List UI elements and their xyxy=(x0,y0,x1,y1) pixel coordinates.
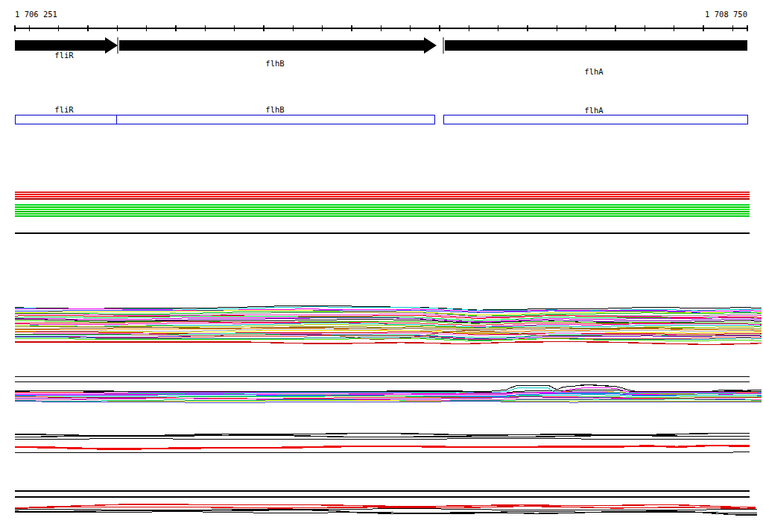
gene-arrowhead xyxy=(105,37,118,54)
gene-arrow-label: flhB xyxy=(265,59,284,68)
gene-box-rect xyxy=(443,115,747,124)
genome-plot: fliRflhBflhAfliRflhBflhA xyxy=(0,0,763,532)
gene-box-flhB[interactable]: flhB xyxy=(116,105,434,124)
gene-arrow-body xyxy=(119,40,424,51)
band-line xyxy=(15,402,762,403)
gene-arrow-body xyxy=(445,40,747,51)
gene-arrow-label: fliR xyxy=(54,51,74,60)
gene-box-rect xyxy=(15,115,116,124)
gene-box-fliR[interactable]: fliR xyxy=(15,105,116,124)
gene-box-label: flhA xyxy=(584,106,604,115)
black-thin-line xyxy=(15,438,750,440)
red-thick-line xyxy=(15,446,750,449)
gene-arrow-track: fliRflhBflhA xyxy=(15,37,747,76)
ruler xyxy=(15,25,747,31)
bottom-black-line xyxy=(15,512,757,513)
gene-arrow-label: flhA xyxy=(584,67,604,76)
bottom-black-line xyxy=(15,509,757,510)
gene-box-rect xyxy=(116,115,434,124)
gene-box-flhA[interactable]: flhA xyxy=(443,106,747,124)
genome-browser-view: 1 706 251 1 708 750 fliRflhBflhAfliRflhB… xyxy=(0,0,763,532)
gene-arrow-fliR[interactable]: fliR xyxy=(15,37,118,60)
gene-arrow-body xyxy=(15,40,105,51)
gene-box-label: fliR xyxy=(54,105,74,114)
gene-arrow-flhB[interactable]: flhB xyxy=(118,37,437,68)
wavy-track-lines xyxy=(15,331,762,516)
gene-arrow-flhA[interactable]: flhA xyxy=(443,37,747,76)
gene-box-label: flhB xyxy=(265,105,284,114)
gene-arrowhead xyxy=(424,37,437,54)
gene-box-track: fliRflhBflhA xyxy=(15,105,747,124)
band2-top-black-arc xyxy=(15,385,762,393)
black-thin-line xyxy=(15,452,750,453)
conservation-band-upper xyxy=(15,305,762,341)
band1-red-outlier xyxy=(15,342,762,345)
flat-track-lines xyxy=(15,192,750,497)
